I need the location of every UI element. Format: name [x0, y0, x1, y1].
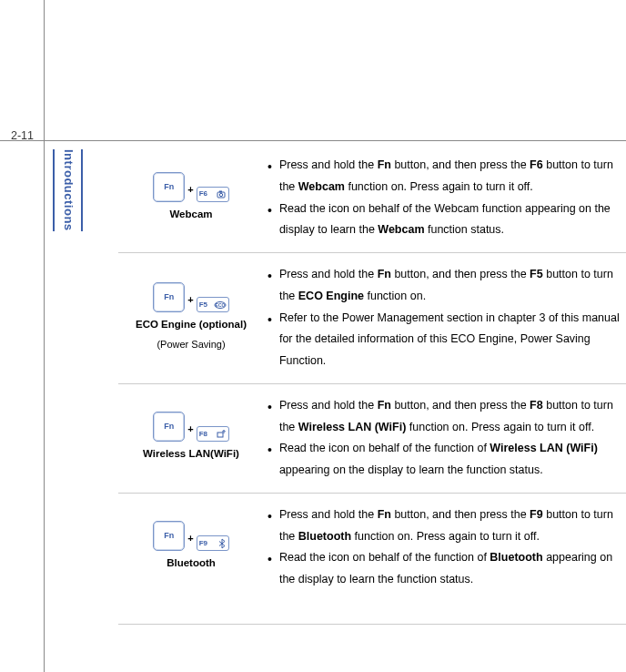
- bullet-text: Read the icon on behalf of the function …: [279, 438, 624, 482]
- row-title: Bluetooth: [167, 554, 216, 574]
- svg-rect-5: [217, 433, 223, 437]
- bullet-text: Press and hold the Fn button, and then p…: [279, 264, 624, 308]
- bullet-text: Press and hold the Fn button, and then p…: [279, 155, 624, 199]
- key-col-wifi: Fn + F8 Wireless LAN(WiFi): [118, 395, 264, 482]
- page-number: 2-11: [11, 126, 34, 148]
- key-combo: Fn + F5 ECO: [153, 282, 228, 312]
- section-label: Introductions: [53, 149, 83, 231]
- desc-col-bluetooth: • Press and hold the Fn button, and then…: [264, 504, 626, 591]
- bullet: • Read the icon on behalf of the Webcam …: [268, 199, 626, 242]
- desc-col-webcam: • Press and hold the Fn button, and then…: [264, 155, 626, 241]
- bullet: • Press and hold the Fn button, and then…: [268, 155, 626, 199]
- bullet: • Refer to the Power Management section …: [268, 308, 626, 372]
- key-combo: Fn + F8: [153, 412, 228, 442]
- bullet-mark: •: [268, 264, 272, 308]
- key-col-webcam: Fn + F6 Webcam: [118, 155, 264, 241]
- fn-key: Fn: [153, 172, 185, 202]
- vertical-divider: [44, 0, 45, 672]
- plus-sign: +: [187, 290, 194, 312]
- desc-col-eco: • Press and hold the Fn button, and then…: [264, 264, 626, 372]
- content: Fn + F6 Webcam • Press and hold the Fn b…: [118, 144, 626, 625]
- f9-label: F9: [199, 536, 207, 550]
- f6-label: F6: [199, 187, 207, 200]
- svg-point-1: [219, 193, 222, 196]
- bullet-mark: •: [268, 308, 272, 372]
- bullet-text: Press and hold the Fn button, and then p…: [279, 504, 624, 548]
- bullet-mark: •: [268, 155, 272, 199]
- f8-key: F8: [197, 426, 229, 442]
- row-eco: Fn + F5 ECO ECO Engine (optional) (Power…: [118, 253, 626, 384]
- row-subtitle: (Power Saving): [156, 335, 225, 354]
- bullet: • Press and hold the Fn button, and then…: [268, 264, 626, 308]
- key-col-eco: Fn + F5 ECO ECO Engine (optional) (Power…: [118, 264, 264, 372]
- bullet-mark: •: [268, 199, 272, 242]
- camera-icon: [216, 189, 227, 199]
- f5-key: F5 ECO: [197, 297, 229, 312]
- bullet-text: Refer to the Power Management section in…: [279, 308, 624, 372]
- bottom-divider: [118, 624, 626, 625]
- row-bluetooth: Fn + F9 Bluetooth • Press and hold the F…: [118, 494, 626, 602]
- f9-key: F9: [197, 535, 229, 551]
- f6-key: F6: [197, 187, 229, 202]
- fn-key: Fn: [153, 412, 185, 442]
- row-title: ECO Engine (optional): [136, 315, 247, 335]
- svg-rect-2: [219, 191, 222, 193]
- bullet: • Press and hold the Fn button, and then…: [268, 504, 626, 548]
- plus-sign: +: [187, 180, 194, 202]
- row-wifi: Fn + F8 Wireless LAN(WiFi) • Press and h…: [118, 384, 626, 494]
- f8-label: F8: [199, 427, 207, 441]
- row-title: Wireless LAN(WiFi): [143, 444, 239, 464]
- bluetooth-icon: [217, 538, 227, 549]
- fn-key: Fn: [153, 521, 185, 551]
- horizontal-divider: [0, 140, 626, 141]
- fn-key: Fn: [153, 282, 185, 312]
- bullet-mark: •: [268, 547, 272, 591]
- bullet-text: Press and hold the Fn button, and then p…: [279, 395, 624, 439]
- row-webcam: Fn + F6 Webcam • Press and hold the Fn b…: [118, 144, 626, 253]
- key-col-bluetooth: Fn + F9 Bluetooth: [118, 504, 264, 591]
- desc-col-wifi: • Press and hold the Fn button, and then…: [264, 395, 626, 482]
- bullet-text: Read the icon on behalf of the Webcam fu…: [279, 199, 624, 242]
- key-combo: Fn + F9: [153, 521, 228, 551]
- plus-sign: +: [187, 529, 194, 551]
- plus-sign: +: [187, 420, 194, 442]
- f5-label: F5: [199, 298, 207, 311]
- bullet-mark: •: [268, 438, 272, 482]
- bullet-mark: •: [268, 504, 272, 548]
- bullet: • Press and hold the Fn button, and then…: [268, 395, 626, 439]
- eco-icon: ECO: [214, 300, 227, 310]
- bullet: • Read the icon on behalf of the functio…: [268, 547, 626, 591]
- bullet: • Read the icon on behalf of the functio…: [268, 438, 626, 482]
- bullet-text: Read the icon on behalf of the function …: [279, 547, 624, 591]
- key-combo: Fn + F6: [153, 172, 228, 202]
- svg-text:ECO: ECO: [215, 302, 225, 308]
- bullet-mark: •: [268, 395, 272, 439]
- row-title: Webcam: [169, 205, 212, 225]
- wifi-icon: [216, 430, 227, 439]
